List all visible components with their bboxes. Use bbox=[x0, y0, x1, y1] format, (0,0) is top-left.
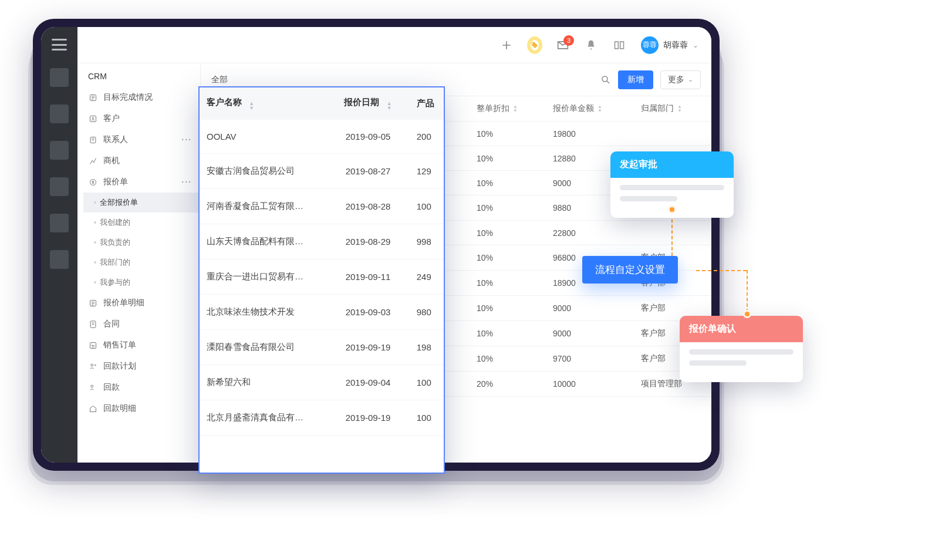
sub-owned-by-me[interactable]: 我负责的 bbox=[83, 232, 200, 252]
panel-row[interactable]: 重庆合一进出口贸易有…2019-09-11249 bbox=[200, 259, 444, 295]
rail-item-1[interactable] bbox=[50, 68, 69, 87]
svg-point-8 bbox=[90, 364, 93, 366]
panel-row[interactable]: 北京月盛斋清真食品有…2019-09-19100 bbox=[200, 400, 444, 436]
sidebar-item-quotes[interactable]: 报价单 ··· bbox=[77, 171, 200, 193]
module-title: CRM bbox=[77, 63, 200, 87]
rail-item-6[interactable] bbox=[50, 250, 69, 269]
col-dept[interactable]: 归属部门▲▼ bbox=[635, 96, 711, 122]
cell-product: 100 bbox=[410, 400, 444, 436]
sidebar-item-label: 销售订单 bbox=[103, 340, 136, 350]
user-menu[interactable]: 蓉蓉 胡蓉蓉 ⌄ bbox=[641, 36, 698, 54]
panel-row[interactable]: 河南香凝食品工贸有限…2019-08-28100 bbox=[200, 189, 444, 224]
rail-item-5[interactable] bbox=[50, 214, 69, 232]
more-icon[interactable]: ··· bbox=[181, 135, 192, 144]
sub-created-by-me[interactable]: 我创建的 bbox=[83, 212, 200, 232]
sidebar-item-quote-lines[interactable]: 报价单明细 bbox=[77, 292, 200, 313]
sidebar-item-label: 客户 bbox=[103, 113, 120, 124]
sub-all-quotes[interactable]: 全部报价单 bbox=[83, 193, 200, 212]
col-discount[interactable]: 整单折扣▲▼ bbox=[471, 96, 547, 122]
card-quote-confirm: 报价单确认 bbox=[680, 316, 803, 382]
cell-discount: 10% bbox=[471, 346, 547, 372]
cell-quote-date: 2019-09-04 bbox=[326, 365, 409, 400]
sub-my-dept[interactable]: 我部门的 bbox=[83, 252, 200, 272]
sidebar-item-contacts[interactable]: 联系人 ··· bbox=[77, 129, 200, 150]
view-filter[interactable]: 全部 bbox=[211, 75, 228, 85]
dark-rail bbox=[41, 27, 77, 463]
cell-discount: 10% bbox=[471, 271, 547, 296]
sidebar-item-payments[interactable]: 回款 bbox=[77, 377, 200, 398]
top-header: 3 蓉蓉 胡蓉蓉 ⌄ bbox=[77, 27, 711, 63]
rail-item-4[interactable] bbox=[50, 177, 69, 196]
sidebar-item-label: 合同 bbox=[103, 319, 120, 329]
payment-icon bbox=[88, 383, 97, 392]
rail-item-3[interactable] bbox=[50, 141, 69, 160]
more-button[interactable]: 更多 ⌄ bbox=[660, 70, 701, 89]
sidebar-item-label: 报价单 bbox=[103, 177, 128, 187]
cell-customer-name: 北京味浓生物技术开发 bbox=[200, 295, 326, 330]
sort-icon: ▲▼ bbox=[677, 104, 682, 113]
panel-row[interactable]: 新希望六和2019-09-04100 bbox=[200, 365, 444, 400]
sidebar-item-payment-lines[interactable]: 回款明细 bbox=[77, 398, 200, 419]
panel-row[interactable]: 安徽古润食品贸易公司2019-08-27129 bbox=[200, 154, 444, 189]
mail-icon[interactable]: 3 bbox=[556, 39, 569, 52]
sort-icon: ▲▼ bbox=[597, 104, 602, 113]
cell-customer-name: 新希望六和 bbox=[200, 365, 326, 400]
cell-quote-date: 2019-09-03 bbox=[326, 295, 409, 330]
cell-quote-date: 2019-09-19 bbox=[326, 400, 409, 436]
svg-point-9 bbox=[90, 385, 93, 387]
tag-icon[interactable] bbox=[528, 39, 541, 52]
sidebar-item-sales-orders[interactable]: 销售订单 bbox=[77, 335, 200, 356]
col-amount[interactable]: 报价单金额▲▼ bbox=[547, 96, 635, 122]
sidebar-item-opportunities[interactable]: 商机 bbox=[77, 150, 200, 171]
card-title: 发起审批 bbox=[610, 151, 734, 178]
sidebar-item-targets[interactable]: 目标完成情况 bbox=[77, 87, 200, 108]
col-quote-date[interactable]: 报价日期 ▲▼ bbox=[326, 87, 409, 120]
highlight-panel: 客户名称 ▲▼ 报价日期 ▲▼ 产品 OOLAV2019-09-05200安徽古… bbox=[198, 86, 445, 474]
flow-connector bbox=[696, 270, 747, 271]
col-product[interactable]: 产品 bbox=[410, 87, 444, 120]
chevron-down-icon: ⌄ bbox=[693, 41, 698, 49]
panel-row[interactable]: OOLAV2019-09-05200 bbox=[200, 120, 444, 154]
cell-product: 249 bbox=[410, 259, 444, 295]
sidebar-item-customers[interactable]: 客户 bbox=[77, 108, 200, 129]
new-button[interactable]: 新增 bbox=[618, 70, 653, 89]
bell-icon[interactable] bbox=[585, 39, 597, 52]
sub-participated[interactable]: 我参与的 bbox=[83, 272, 200, 292]
cell-dept bbox=[635, 221, 711, 245]
cell-customer-name: 山东天博食品配料有限… bbox=[200, 224, 326, 259]
cell-amount: 9000 bbox=[547, 296, 635, 321]
cell-amount: 19800 bbox=[547, 122, 635, 146]
target-icon bbox=[88, 93, 97, 102]
sidebar-item-contracts[interactable]: 合同 bbox=[77, 313, 200, 335]
sort-icon: ▲▼ bbox=[513, 104, 518, 113]
search-icon[interactable] bbox=[600, 75, 611, 85]
menu-icon[interactable] bbox=[52, 39, 67, 50]
contract-icon bbox=[88, 319, 97, 329]
more-icon[interactable]: ··· bbox=[181, 177, 192, 187]
flow-node-icon bbox=[668, 205, 676, 214]
cell-discount: 10% bbox=[471, 296, 547, 321]
flow-connector bbox=[671, 214, 673, 256]
cell-discount: 10% bbox=[471, 122, 547, 146]
panel-row[interactable]: 溧阳春雪食品有限公司2019-09-19198 bbox=[200, 330, 444, 365]
quote-icon bbox=[88, 177, 97, 187]
svg-point-2 bbox=[92, 117, 94, 119]
list-icon bbox=[88, 298, 97, 308]
cell-discount: 10% bbox=[471, 321, 547, 346]
flow-custom-pill[interactable]: 流程自定义设置 bbox=[582, 256, 678, 284]
col-customer-name[interactable]: 客户名称 ▲▼ bbox=[200, 87, 326, 120]
sidebar-item-payment-plans[interactable]: 回款计划 bbox=[77, 356, 200, 377]
avatar: 蓉蓉 bbox=[641, 36, 659, 54]
cell-customer-name: 重庆合一进出口贸易有… bbox=[200, 259, 326, 295]
sidebar: CRM 目标完成情况 客户 联系人 ··· bbox=[77, 63, 201, 463]
add-icon[interactable] bbox=[500, 39, 513, 52]
cell-discount: 10% bbox=[471, 195, 547, 221]
cell-amount: 9700 bbox=[547, 346, 635, 372]
panel-row[interactable]: 北京味浓生物技术开发2019-09-03980 bbox=[200, 295, 444, 330]
card-title: 报价单确认 bbox=[680, 316, 803, 342]
library-icon[interactable] bbox=[613, 39, 626, 52]
panel-row[interactable]: 山东天博食品配料有限…2019-08-29998 bbox=[200, 224, 444, 259]
rail-item-2[interactable] bbox=[50, 104, 69, 123]
cell-customer-name: 溧阳春雪食品有限公司 bbox=[200, 330, 326, 365]
flow-connector bbox=[747, 270, 748, 312]
